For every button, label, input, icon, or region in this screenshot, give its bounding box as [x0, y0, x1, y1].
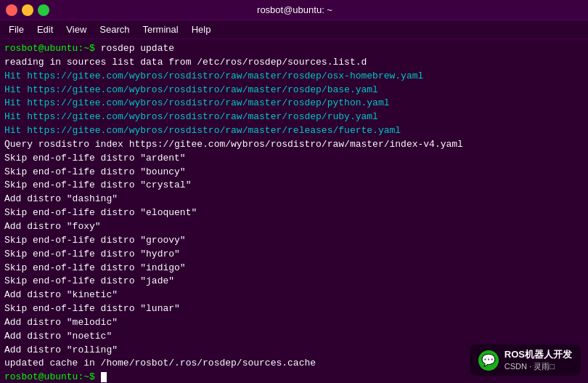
terminal-line: Hit https://gitee.com/wybros/rosdistro/r… [4, 124, 584, 138]
menu-edit[interactable]: Edit [31, 23, 59, 36]
close-button[interactable] [6, 4, 17, 16]
terminal-line: Skip end-of-life distro "eloquent" [4, 206, 584, 220]
terminal-line: Add distro "melodic" [4, 316, 584, 330]
terminal-line: Query rosdistro index https://gitee.com/… [4, 138, 584, 152]
terminal-line: Skip end-of-life distro "crystal" [4, 179, 584, 193]
terminal-line: Skip end-of-life distro "ardent" [4, 152, 584, 166]
terminal-line: Skip end-of-life distro "bouncy" [4, 166, 584, 180]
terminal-line: Skip end-of-life distro "indigo" [4, 262, 584, 275]
terminal-line: Skip end-of-life distro "groovy" [4, 234, 584, 248]
terminal-line: Skip end-of-life distro "lunar" [4, 302, 584, 316]
window-controls[interactable] [6, 4, 49, 16]
terminal-line: rosbot@ubuntu:~$ rosdep update [4, 42, 584, 56]
menu-terminal[interactable]: Terminal [137, 23, 184, 36]
terminal-line: Skip end-of-life distro "hydro" [4, 248, 584, 262]
menu-search[interactable]: Search [94, 23, 135, 36]
terminal-line: Hit https://gitee.com/wybros/rosdistro/r… [4, 70, 584, 84]
watermark-icon: 💬 [478, 350, 499, 371]
terminal-line: Add distro "noetic" [4, 330, 584, 344]
terminal-line: reading in sources list data from /etc/r… [4, 56, 584, 70]
title-bar: rosbot@ubuntu: ~ [0, 0, 588, 20]
terminal-line: Hit https://gitee.com/wybros/rosdistro/r… [4, 97, 584, 110]
menu-file[interactable]: File [3, 23, 30, 36]
terminal-line: Hit https://gitee.com/wybros/rosdistro/r… [4, 84, 584, 97]
terminal-line: Add distro "dashing" [4, 193, 584, 206]
maximize-button[interactable] [38, 4, 49, 16]
watermark-title: ROS机器人开发 [505, 348, 572, 361]
watermark-subtitle: CSDN · 灵雨□ [505, 361, 572, 372]
menu-view[interactable]: View [60, 23, 92, 36]
terminal-line: Add distro "foxy" [4, 220, 584, 234]
terminal-output: rosbot@ubuntu:~$ rosdep updatereading in… [0, 39, 588, 383]
terminal-line: Hit https://gitee.com/wybros/rosdistro/r… [4, 110, 584, 124]
terminal-line: Skip end-of-life distro "jade" [4, 275, 584, 289]
terminal-line: Add distro "kinetic" [4, 289, 584, 302]
watermark-info: ROS机器人开发 CSDN · 灵雨□ [505, 348, 572, 372]
window-title: rosbot@ubuntu: ~ [49, 4, 540, 15]
watermark: 💬 ROS机器人开发 CSDN · 灵雨□ [470, 344, 581, 376]
minimize-button[interactable] [22, 4, 33, 16]
menu-bar: File Edit View Search Terminal Help [0, 20, 588, 39]
menu-help[interactable]: Help [186, 23, 217, 36]
